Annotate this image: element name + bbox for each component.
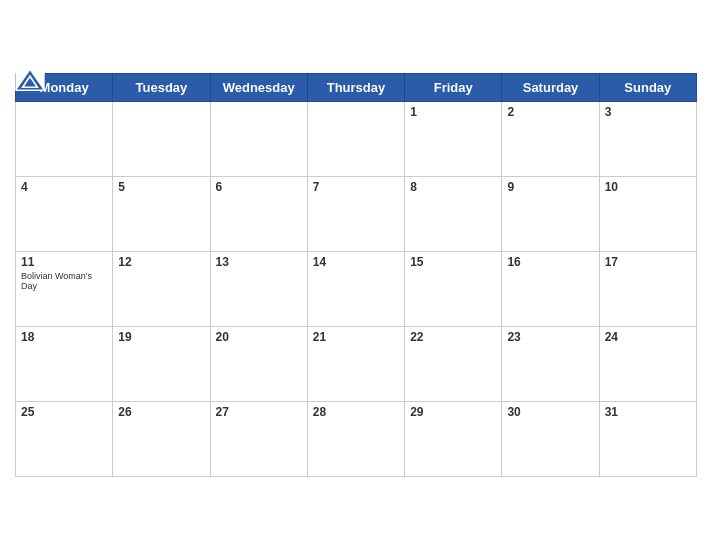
day-number: 8 — [410, 180, 496, 194]
day-number: 20 — [216, 330, 302, 344]
calendar-cell: 16 — [502, 251, 599, 326]
calendar-cell: 31 — [599, 401, 696, 476]
calendar-cell: 7 — [307, 176, 404, 251]
calendar-cell: 4 — [16, 176, 113, 251]
day-number: 10 — [605, 180, 691, 194]
calendar-cell: 14 — [307, 251, 404, 326]
weekday-header-wednesday: Wednesday — [210, 73, 307, 101]
logo-area — [15, 69, 45, 91]
calendar-cell: 29 — [405, 401, 502, 476]
day-number: 22 — [410, 330, 496, 344]
day-number: 18 — [21, 330, 107, 344]
day-number: 13 — [216, 255, 302, 269]
weekday-header-tuesday: Tuesday — [113, 73, 210, 101]
calendar-cell: 1 — [405, 101, 502, 176]
week-row-5: 25262728293031 — [16, 401, 697, 476]
day-number: 4 — [21, 180, 107, 194]
calendar-cell: 26 — [113, 401, 210, 476]
day-number: 1 — [410, 105, 496, 119]
day-number: 25 — [21, 405, 107, 419]
day-number: 9 — [507, 180, 593, 194]
day-number: 24 — [605, 330, 691, 344]
day-number: 6 — [216, 180, 302, 194]
day-number: 12 — [118, 255, 204, 269]
day-number: 19 — [118, 330, 204, 344]
calendar-cell — [307, 101, 404, 176]
day-number: 17 — [605, 255, 691, 269]
logo-icon — [15, 69, 45, 91]
calendar-cell: 5 — [113, 176, 210, 251]
calendar-cell: 21 — [307, 326, 404, 401]
day-number: 26 — [118, 405, 204, 419]
weekday-header-row: MondayTuesdayWednesdayThursdayFridaySatu… — [16, 73, 697, 101]
calendar-cell: 13 — [210, 251, 307, 326]
calendar-cell — [210, 101, 307, 176]
calendar-cell: 15 — [405, 251, 502, 326]
calendar-cell: 19 — [113, 326, 210, 401]
week-row-4: 18192021222324 — [16, 326, 697, 401]
calendar-table: MondayTuesdayWednesdayThursdayFridaySatu… — [15, 73, 697, 477]
day-number: 15 — [410, 255, 496, 269]
holiday-label: Bolivian Woman's Day — [21, 271, 107, 293]
calendar-cell: 6 — [210, 176, 307, 251]
day-number: 30 — [507, 405, 593, 419]
day-number: 5 — [118, 180, 204, 194]
calendar-cell: 30 — [502, 401, 599, 476]
day-number: 14 — [313, 255, 399, 269]
calendar-cell: 20 — [210, 326, 307, 401]
calendar-cell: 27 — [210, 401, 307, 476]
calendar-cell: 8 — [405, 176, 502, 251]
calendar-cell: 9 — [502, 176, 599, 251]
week-row-2: 45678910 — [16, 176, 697, 251]
calendar-cell: 24 — [599, 326, 696, 401]
day-number: 27 — [216, 405, 302, 419]
day-number: 29 — [410, 405, 496, 419]
weekday-header-saturday: Saturday — [502, 73, 599, 101]
calendar-cell: 28 — [307, 401, 404, 476]
calendar-cell: 17 — [599, 251, 696, 326]
calendar-cell: 22 — [405, 326, 502, 401]
day-number: 16 — [507, 255, 593, 269]
day-number: 7 — [313, 180, 399, 194]
day-number: 23 — [507, 330, 593, 344]
week-row-1: 123 — [16, 101, 697, 176]
calendar-cell — [113, 101, 210, 176]
calendar-cell: 18 — [16, 326, 113, 401]
day-number: 28 — [313, 405, 399, 419]
calendar-cell: 2 — [502, 101, 599, 176]
day-number: 31 — [605, 405, 691, 419]
calendar-cell: 12 — [113, 251, 210, 326]
calendar-cell — [16, 101, 113, 176]
weekday-header-sunday: Sunday — [599, 73, 696, 101]
weekday-header-thursday: Thursday — [307, 73, 404, 101]
calendar-cell: 23 — [502, 326, 599, 401]
day-number: 3 — [605, 105, 691, 119]
day-number: 11 — [21, 255, 107, 269]
calendar-cell: 3 — [599, 101, 696, 176]
calendar-container: MondayTuesdayWednesdayThursdayFridaySatu… — [0, 59, 712, 492]
week-row-3: 11Bolivian Woman's Day121314151617 — [16, 251, 697, 326]
calendar-cell: 25 — [16, 401, 113, 476]
calendar-cell: 11Bolivian Woman's Day — [16, 251, 113, 326]
calendar-cell: 10 — [599, 176, 696, 251]
weekday-header-friday: Friday — [405, 73, 502, 101]
day-number: 2 — [507, 105, 593, 119]
day-number: 21 — [313, 330, 399, 344]
